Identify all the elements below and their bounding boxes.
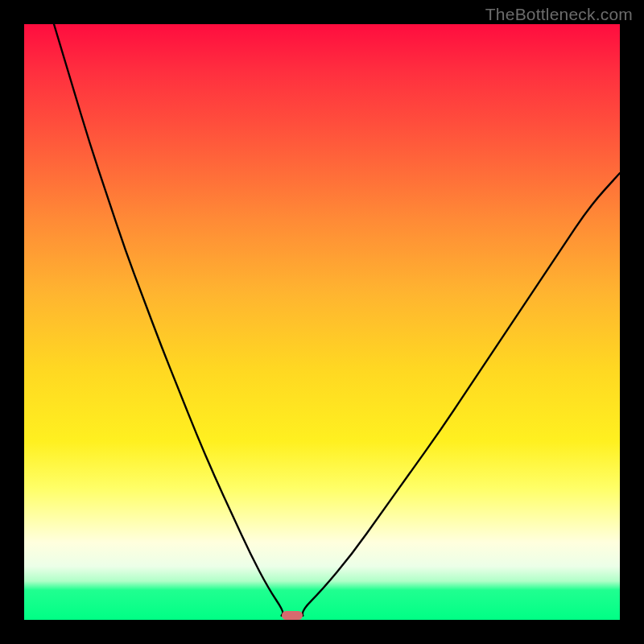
plot-area bbox=[24, 24, 620, 620]
chart-frame: TheBottleneck.com bbox=[0, 0, 644, 644]
curve-path bbox=[54, 24, 620, 616]
optimum-marker bbox=[282, 611, 303, 620]
bottleneck-curve bbox=[24, 24, 620, 620]
watermark-text: TheBottleneck.com bbox=[485, 5, 633, 24]
